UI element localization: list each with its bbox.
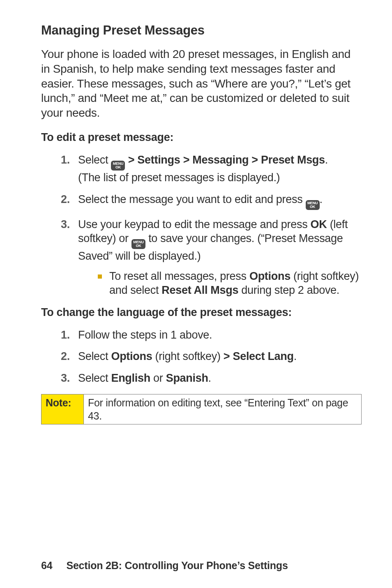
step-3: 3. Select English or Spanish. [61, 371, 362, 385]
sub-bullet-item: To reset all messages, press Options (ri… [98, 269, 362, 297]
note-text: For information on editing text, see “En… [84, 394, 362, 424]
step-text: Select [78, 154, 111, 166]
steps-lang: 1. Follow the steps in 1 above. 2. Selec… [41, 328, 362, 385]
sub-bullet-list: To reset all messages, press Options (ri… [78, 269, 362, 297]
step-mid: (right softkey) [152, 350, 223, 362]
step-post: . [320, 193, 323, 205]
bullet-post: during step 2 above. [238, 284, 339, 296]
reset-label: Reset All Msgs [161, 284, 238, 296]
subheading-lang: To change the language of the preset mes… [41, 306, 362, 319]
english-label: English [111, 372, 150, 384]
page-number: 64 [41, 560, 52, 571]
options-label: Options [111, 350, 152, 362]
subheading-edit: To edit a preset message: [41, 131, 362, 144]
period: . [325, 154, 328, 166]
step-post: . [208, 372, 211, 384]
step-pre: Select [78, 372, 111, 384]
or-text: or [150, 372, 166, 384]
step-1: 1. Select MENUOK > Settings > Messaging … [61, 153, 362, 185]
menu-ok-icon: MENUOK [131, 239, 145, 249]
step-number: 3. [61, 371, 70, 385]
page-footer: 64Section 2B: Controlling Your Phone’s S… [41, 560, 288, 572]
section-title: Section 2B: Controlling Your Phone’s Set… [66, 560, 288, 571]
page-heading: Managing Preset Messages [41, 23, 362, 38]
step-3: 3. Use your keypad to edit the message a… [61, 217, 362, 297]
ok-label: OK [311, 218, 327, 231]
step-text: Select the message you want to edit and … [78, 193, 306, 205]
page: Managing Preset Messages Your phone is l… [0, 0, 392, 588]
note-label: Note: [42, 394, 84, 424]
step-number: 2. [61, 192, 70, 207]
step-1: 1. Follow the steps in 1 above. [61, 328, 362, 342]
step-number: 1. [61, 328, 70, 342]
intro-paragraph: Your phone is loaded with 20 preset mess… [41, 47, 362, 120]
options-label: Options [249, 270, 291, 282]
step-2: 2. Select the message you want to edit a… [61, 192, 362, 210]
menu-ok-icon: MENUOK [306, 200, 320, 210]
step-post: . [294, 350, 297, 362]
select-lang-label: > Select Lang [224, 350, 294, 362]
menu-path: > Settings > Messaging > Preset Msgs [125, 154, 325, 166]
step-number: 2. [61, 349, 70, 364]
steps-edit: 1. Select MENUOK > Settings > Messaging … [41, 153, 362, 297]
step-note: (The list of preset messages is displaye… [78, 171, 280, 184]
step-2: 2. Select Options (right softkey) > Sele… [61, 349, 362, 364]
step-number: 1. [61, 153, 70, 167]
spanish-label: Spanish [166, 372, 208, 384]
step-pre: Select [78, 350, 111, 362]
step-text: Use your keypad to edit the message and … [78, 218, 311, 231]
bullet-pre: To reset all messages, press [109, 270, 249, 282]
menu-ok-icon: MENUOK [111, 161, 125, 171]
step-number: 3. [61, 217, 70, 232]
note-box: Note: For information on editing text, s… [41, 394, 362, 424]
step-text: Follow the steps in 1 above. [78, 329, 212, 341]
